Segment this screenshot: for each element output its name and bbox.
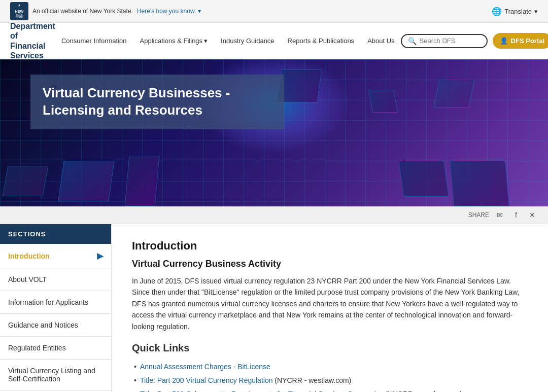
- translate-button[interactable]: 🌐 Translate ▾: [492, 7, 538, 16]
- dfs-brand: Department of Financial Services: [10, 21, 55, 60]
- brand-line1: Department of: [10, 21, 55, 41]
- email-share-icon[interactable]: ✉: [494, 209, 505, 221]
- brand-line2: Financial Services: [10, 41, 55, 60]
- intro-heading: Introduction: [132, 239, 528, 253]
- sidebar-arrow-introduction: ▶: [97, 251, 103, 261]
- ny-state-logo: NEW YORK STATE: [10, 2, 28, 20]
- top-banner-left: NEW YORK STATE An official website of Ne…: [10, 2, 201, 20]
- link-part500[interactable]: Title: Part 500 Cybersecurity Requiremen…: [140, 390, 384, 392]
- chevron-down-icon: ▾: [534, 8, 538, 15]
- hero-title: Virtual Currency Businesses - Licensing …: [43, 85, 272, 119]
- top-banner: NEW YORK STATE An official website of Ne…: [0, 0, 548, 23]
- main-layout: SECTIONS Introduction ▶ About VOLT Infor…: [0, 224, 548, 392]
- site-header: Department of Financial Services Consume…: [0, 23, 548, 59]
- nav-reports-publications[interactable]: Reports & Publications: [282, 33, 361, 49]
- link-suffix-2: (NYCRR - westlaw.com): [384, 390, 462, 392]
- share-label: SHARE: [468, 211, 489, 219]
- nav-industry-guidance[interactable]: Industry Guidance: [215, 33, 281, 49]
- main-nav: Consumer Information Applications & Fili…: [55, 33, 401, 49]
- nav-about-us[interactable]: About Us: [361, 33, 400, 49]
- sidebar-item-regulated-entities[interactable]: Regulated Entities: [0, 337, 111, 360]
- facebook-share-icon[interactable]: f: [510, 209, 522, 221]
- globe-icon: 🌐: [492, 7, 502, 16]
- sidebar: SECTIONS Introduction ▶ About VOLT Infor…: [0, 224, 112, 392]
- link-suffix-1: (NYCRR - westlaw.com): [272, 376, 351, 384]
- sidebar-item-information-applicants[interactable]: Information for Applicants: [0, 291, 111, 314]
- list-item: Title: Part 500 Cybersecurity Requiremen…: [132, 387, 528, 392]
- search-box[interactable]: 🔍: [401, 34, 488, 48]
- heres-how-link[interactable]: Here's how you know. ▾: [137, 8, 201, 15]
- portal-label: DFS Portal: [511, 37, 544, 45]
- list-item: Title: Part 200 Virtual Currency Regulat…: [132, 374, 528, 387]
- search-icon: 🔍: [408, 37, 417, 45]
- search-input[interactable]: [420, 37, 481, 45]
- translate-label: Translate: [504, 8, 532, 15]
- hero-section: Virtual Currency Businesses - Licensing …: [0, 59, 548, 206]
- list-item: Annual Assessment Charges - BitLicense: [132, 360, 528, 374]
- dfs-portal-button[interactable]: 👤 DFS Portal: [493, 33, 548, 49]
- quick-links-list: Annual Assessment Charges - BitLicense T…: [132, 360, 528, 392]
- share-bar: SHARE ✉ f ✕: [0, 206, 548, 224]
- vcba-heading: Virtual Currency Business Activity: [132, 259, 528, 269]
- twitter-share-icon[interactable]: ✕: [527, 209, 538, 221]
- chevron-down-icon: ▾: [204, 37, 208, 45]
- nav-applications-filings[interactable]: Applications & Filings ▾: [134, 33, 214, 49]
- nav-consumer-information[interactable]: Consumer Information: [55, 33, 133, 49]
- sections-header: SECTIONS: [0, 224, 111, 244]
- official-text: An official website of New York State.: [32, 8, 133, 15]
- hero-title-box: Virtual Currency Businesses - Licensing …: [30, 75, 284, 129]
- sidebar-item-virtual-currency-listing[interactable]: Virtual Currency Listing and Self-Certif…: [0, 360, 111, 390]
- link-annual-assessment[interactable]: Annual Assessment Charges - BitLicense: [140, 363, 270, 371]
- sidebar-item-guidance-notices[interactable]: Guidance and Notices: [0, 314, 111, 337]
- vcba-body: In June of 2015, DFS issued virtual curr…: [132, 275, 528, 332]
- sidebar-item-about-volt[interactable]: About VOLT: [0, 268, 111, 291]
- quick-links-heading: Quick Links: [132, 342, 528, 354]
- sidebar-item-introduction[interactable]: Introduction ▶: [0, 244, 111, 268]
- link-part200[interactable]: Title: Part 200 Virtual Currency Regulat…: [140, 376, 272, 384]
- svg-text:STATE: STATE: [16, 16, 23, 19]
- header-right: 🔍 👤 DFS Portal: [401, 33, 548, 49]
- main-content: Introduction Virtual Currency Business A…: [112, 224, 548, 392]
- person-icon: 👤: [500, 37, 508, 45]
